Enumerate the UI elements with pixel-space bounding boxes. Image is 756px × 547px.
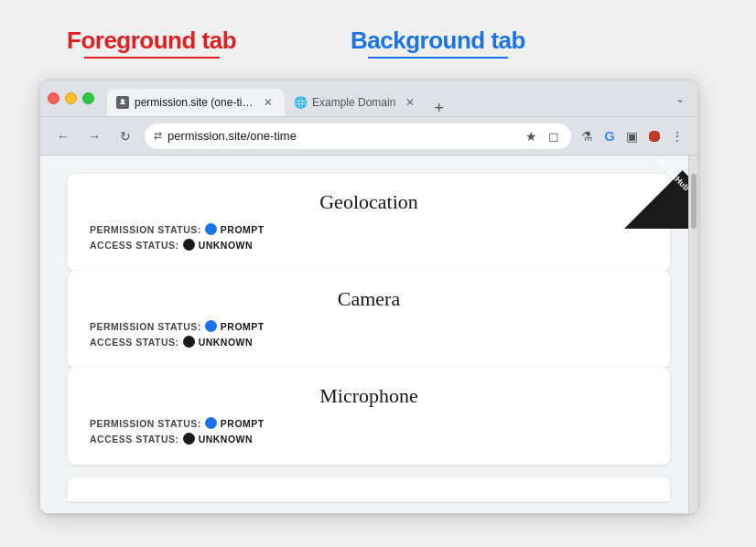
screenshot-icon[interactable]: ◻ [545, 126, 562, 146]
access-value: UNKNOWN [199, 240, 254, 251]
menu-icon[interactable]: ⋮ [668, 126, 686, 146]
permission-status-row: PERMISSION STATUS: PROMPT [90, 223, 648, 235]
scrollbar[interactable] [688, 156, 697, 513]
url-text: permission.site/one-time [167, 129, 517, 143]
tab-labels: Foreground tab Background tab [39, 27, 717, 81]
tabs-bar: permission.site (one-time) ✕ 🌐 Example D… [107, 80, 451, 116]
profile-icon[interactable] [646, 128, 663, 145]
url-bar[interactable]: ⇄ permission.site/one-time ★ ◻ [145, 123, 571, 149]
permission-label: PERMISSION STATUS: [90, 418, 201, 429]
access-status-row: ACCESS STATUS: UNKNOWN [90, 433, 648, 445]
outer-container: Foreground tab Background tab [39, 27, 717, 520]
google-icon[interactable]: G [601, 125, 618, 146]
permission-card-camera[interactable]: Camera PERMISSION STATUS: PROMPT ACCESS … [68, 271, 670, 368]
permission-status-row: PERMISSION STATUS: PROMPT [90, 417, 648, 429]
reload-button[interactable]: ↻ [113, 124, 137, 148]
permission-value: PROMPT [221, 418, 265, 429]
page-content: On GitHub Geolocation PERMISSION STATUS:… [40, 156, 697, 513]
address-bar-icons: ⚗ G ▣ ⋮ [578, 125, 686, 146]
access-dot [183, 433, 195, 445]
tab-favicon-example: 🌐 [294, 96, 307, 109]
access-label: ACCESS STATUS: [90, 337, 179, 348]
traffic-lights [48, 92, 94, 104]
lock-icon: ⇄ [154, 130, 162, 142]
close-button[interactable] [48, 92, 59, 104]
access-label: ACCESS STATUS: [90, 434, 179, 445]
tab-title-example: Example Domain [312, 96, 395, 109]
tab-title-permission: permission.site (one-time) [135, 96, 254, 109]
permission-dot [205, 417, 217, 429]
forward-button[interactable]: → [82, 124, 106, 148]
partial-card [68, 477, 670, 501]
access-dot [183, 239, 195, 251]
permission-value: PROMPT [221, 321, 265, 332]
scrollbar-thumb[interactable] [691, 174, 697, 229]
tab-close-permission[interactable]: ✕ [261, 95, 275, 110]
tab-menu-button[interactable]: ⌄ [670, 92, 690, 105]
new-tab-button[interactable]: + [427, 100, 451, 116]
card-title: Microphone [90, 384, 648, 408]
tab-close-example[interactable]: ✕ [403, 95, 417, 110]
card-title: Geolocation [90, 190, 648, 214]
flask-icon[interactable]: ⚗ [578, 126, 596, 146]
maximize-button[interactable] [82, 92, 94, 104]
browser-window: permission.site (one-time) ✕ 🌐 Example D… [39, 80, 698, 514]
github-corner[interactable]: On GitHub [624, 156, 697, 229]
access-value: UNKNOWN [199, 337, 254, 348]
permission-label: PERMISSION STATUS: [90, 321, 201, 332]
access-dot [183, 336, 195, 348]
card-title: Camera [90, 287, 648, 311]
permission-dot [205, 223, 217, 235]
permission-card-geolocation[interactable]: Geolocation PERMISSION STATUS: PROMPT AC… [68, 174, 670, 271]
permission-card-microphone[interactable]: Microphone PERMISSION STATUS: PROMPT ACC… [68, 368, 670, 465]
background-label: Background tab [351, 27, 525, 59]
access-status-row: ACCESS STATUS: UNKNOWN [90, 336, 648, 348]
extension-icon[interactable]: ▣ [623, 126, 641, 146]
access-status-row: ACCESS STATUS: UNKNOWN [90, 239, 648, 251]
permission-dot [205, 320, 217, 332]
permission-value: PROMPT [221, 224, 265, 235]
minimize-button[interactable] [65, 92, 77, 104]
tab-permission-site[interactable]: permission.site (one-time) ✕ [107, 89, 285, 116]
svg-point-1 [121, 99, 124, 102]
address-bar: ← → ↻ ⇄ permission.site/one-time ★ ◻ ⚗ G… [40, 117, 697, 156]
access-value: UNKNOWN [199, 434, 254, 445]
tab-favicon-permission [116, 96, 129, 109]
permission-label: PERMISSION STATUS: [90, 224, 201, 235]
title-bar: permission.site (one-time) ✕ 🌐 Example D… [40, 80, 697, 117]
foreground-label: Foreground tab [67, 27, 236, 59]
back-button[interactable]: ← [51, 124, 75, 148]
tab-example-domain[interactable]: 🌐 Example Domain ✕ [285, 89, 427, 116]
cards-container: Geolocation PERMISSION STATUS: PROMPT AC… [68, 174, 670, 465]
access-label: ACCESS STATUS: [90, 240, 179, 251]
star-icon[interactable]: ★ [523, 126, 540, 146]
permission-status-row: PERMISSION STATUS: PROMPT [90, 320, 648, 332]
